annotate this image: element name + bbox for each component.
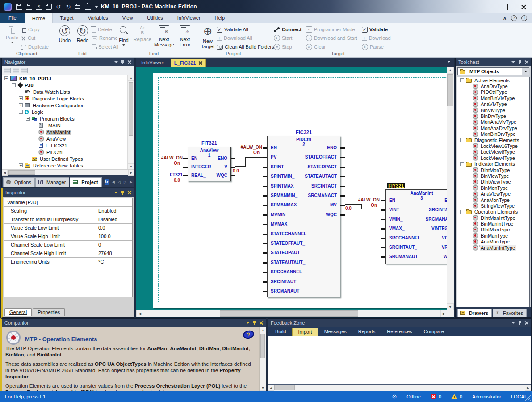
- pin-vint_[interactable]: VINT_: [389, 207, 402, 213]
- connect-button[interactable]: Connect: [274, 26, 302, 33]
- scroll-thumb[interactable]: [260, 334, 265, 358]
- tree-item[interactable]: −KM_10_PROJ: [2, 75, 127, 82]
- redo-quick-icon[interactable]: ↻: [65, 4, 72, 10]
- tree-item[interactable]: −Logic: [2, 109, 127, 115]
- nav-prev-icon[interactable]: ◁: [118, 180, 121, 184]
- pin-srcchannel_[interactable]: SRCCHANNEL_: [271, 269, 305, 275]
- scroll-thumb[interactable]: [220, 310, 358, 317]
- nav-first-icon[interactable]: ◀: [112, 180, 115, 184]
- inspector-row[interactable]: Value Scale High Limit100.0: [4, 232, 132, 241]
- scroll-up-icon[interactable]: ▲: [260, 327, 266, 333]
- inspector-row[interactable]: ScalingEnabled: [4, 207, 132, 215]
- tree-item[interactable]: DIntMonType: [457, 167, 529, 173]
- property-value[interactable]: 0.0: [96, 224, 132, 232]
- paste-button[interactable]: Paste: [3, 25, 21, 50]
- pin-eno[interactable]: ENO: [327, 145, 337, 151]
- tab-properties[interactable]: Properties: [33, 308, 65, 316]
- tab-manager[interactable]: Manager: [35, 177, 69, 187]
- pause-button[interactable]: ⅡPause: [362, 43, 391, 50]
- editor-vscrollbar[interactable]: ▲ ▼: [447, 67, 454, 310]
- download-all-button[interactable]: ↓Download All: [217, 34, 274, 42]
- pin-srcmanaut_[interactable]: SRCMANAUT_: [271, 289, 302, 294]
- start-button[interactable]: ▶Start: [274, 34, 302, 42]
- info-icon[interactable]: i: [521, 15, 527, 21]
- property-value[interactable]: 0: [96, 241, 132, 249]
- inspector-row[interactable]: Variable [P30]: [4, 198, 132, 207]
- inspector-row[interactable]: Channel Scale High Limit27648: [4, 249, 132, 258]
- property-value[interactable]: 100.0: [96, 232, 132, 240]
- tree-expand-toggle[interactable]: −: [12, 83, 16, 87]
- pin-wqc[interactable]: WQC: [217, 173, 227, 178]
- pin-real_[interactable]: REAL_: [191, 173, 206, 178]
- close-button[interactable]: [515, 0, 532, 13]
- pin-eno[interactable]: ENO: [218, 156, 227, 161]
- watch-list-tool-icon[interactable]: [4, 68, 11, 73]
- minimize-button[interactable]: [483, 0, 499, 13]
- scroll-thumb[interactable]: [274, 385, 295, 390]
- inspector-row[interactable]: Transfer to Manual BumplesslyDisabled: [4, 215, 132, 224]
- download-button[interactable]: ↓Download: [362, 34, 391, 42]
- tree-item[interactable]: +Diagnostic Logic Blocks: [2, 95, 127, 102]
- fiy321-block[interactable]: AnaManInt3ENVINT_VMIN_VMAX_SRCCHANNEL_SR…: [385, 189, 454, 264]
- pin-v[interactable]: V: [224, 164, 227, 170]
- inspector-row[interactable]: Channel Scale Low Limit0: [4, 241, 132, 249]
- tree-item[interactable]: Data Watch Lists: [2, 88, 127, 95]
- pin-srcmanact[interactable]: SRCMANACT: [308, 193, 337, 198]
- replace-button[interactable]: A↕B Replace: [133, 25, 152, 50]
- scroll-down-icon[interactable]: ▼: [128, 163, 134, 169]
- tree-item[interactable]: User Defined Types: [2, 155, 127, 162]
- tree-item[interactable]: LockView4Type: [457, 155, 529, 161]
- tree-item[interactable]: AnaView: [2, 135, 127, 142]
- download-and-start-button[interactable]: ↓Download and Start: [306, 34, 357, 42]
- tree-expand-toggle[interactable]: −: [460, 162, 464, 166]
- feedback-tab-build[interactable]: Build: [270, 328, 291, 336]
- find-button[interactable]: Find: [115, 25, 133, 50]
- close-icon[interactable]: [128, 60, 131, 64]
- tree-item[interactable]: AnaManInt: [2, 129, 127, 135]
- tab-list-chevron-icon[interactable]: [447, 61, 451, 63]
- feedback-tab-reports[interactable]: Reports: [353, 328, 381, 336]
- tree-item[interactable]: MonAnaDrvType: [457, 125, 529, 131]
- tree-item[interactable]: PIDCtrlType: [457, 89, 529, 95]
- tree-item[interactable]: MonBinDrvType: [457, 131, 529, 137]
- redo-button[interactable]: ↻ Redo: [74, 25, 92, 50]
- close-file-icon[interactable]: ✕: [35, 4, 42, 10]
- scroll-down-icon[interactable]: ▼: [447, 303, 454, 310]
- property-value[interactable]: 27648: [96, 249, 132, 257]
- panel-menu-icon[interactable]: [246, 322, 250, 324]
- companion-vscrollbar[interactable]: ▲ ▼: [259, 327, 266, 391]
- tree-item[interactable]: PIDCtrl: [2, 149, 127, 155]
- validate-all-button[interactable]: ✓Validate All: [217, 26, 274, 33]
- tree-expand-toggle[interactable]: −: [26, 117, 30, 121]
- fit321-block[interactable]: AnaView1ENINTEGER_REAL_ENOVWQC: [188, 147, 231, 181]
- tree-item[interactable]: BinManType: [457, 233, 529, 239]
- cut-button[interactable]: Cut: [21, 34, 49, 42]
- tree-expand-toggle[interactable]: −: [460, 78, 464, 82]
- fx-button[interactable]: fx: [105, 179, 109, 185]
- scroll-left-icon[interactable]: ◀: [268, 385, 274, 391]
- pin-spintmin_[interactable]: SPINTMIN_: [271, 174, 294, 179]
- new-target-button[interactable]: ⊕ New Target: [199, 25, 217, 50]
- feedback-tab-compare[interactable]: Compare: [419, 328, 449, 336]
- tree-item[interactable]: MonAnaVlvType: [457, 119, 529, 125]
- panel-menu-icon[interactable]: [114, 192, 118, 193]
- combo-dropdown-icon[interactable]: [522, 68, 529, 75]
- tree-expand-toggle[interactable]: +: [19, 163, 23, 168]
- scroll-thumb[interactable]: [447, 74, 453, 106]
- close-icon[interactable]: [525, 60, 528, 64]
- tree-item[interactable]: DIntManType: [457, 227, 529, 233]
- feedback-hscrollbar[interactable]: ◀ ▶: [268, 385, 531, 391]
- pin-spint_[interactable]: SPINT_: [271, 164, 286, 170]
- tree-item[interactable]: AnaViewType: [457, 191, 529, 197]
- pin-srcmanaut_[interactable]: SRCMANAUT_: [389, 254, 420, 260]
- tree-item[interactable]: LockView8Type: [457, 149, 529, 155]
- pin-stateautact[interactable]: STATEAUTACT: [305, 174, 337, 179]
- panel-menu-icon[interactable]: [511, 61, 515, 63]
- pin-icon[interactable]: [518, 321, 522, 325]
- feedback-tab-messages[interactable]: Messages: [319, 328, 352, 336]
- maximize-button[interactable]: [499, 0, 515, 13]
- tree-item[interactable]: −P30: [2, 82, 127, 88]
- table-tool-icon[interactable]: [21, 68, 28, 73]
- next-error-button[interactable]: ⚠ Next Error: [176, 25, 194, 50]
- tree-item[interactable]: LockView16Type: [457, 143, 529, 149]
